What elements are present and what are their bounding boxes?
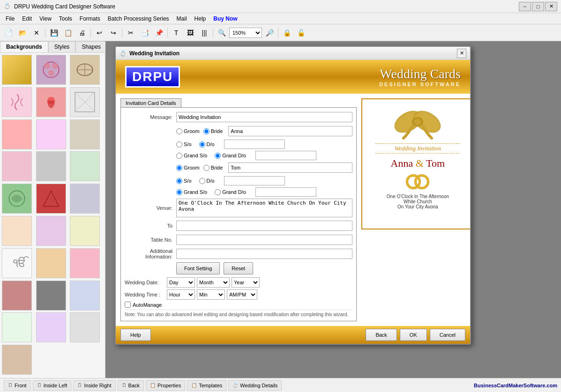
status-tab-wedding-details[interactable]: 💍 Wedding Details [228, 380, 282, 391]
bride-radio-2[interactable] [203, 165, 209, 171]
list-item[interactable] [36, 119, 66, 149]
grand-so-radio-label-2[interactable]: Grand S/o [176, 189, 207, 195]
do-radio-label-2[interactable]: D/o [199, 178, 215, 184]
cancel-button[interactable]: Cancel [430, 329, 465, 341]
close-window-button[interactable]: ✕ [545, 2, 557, 11]
table-no-input[interactable] [176, 235, 352, 245]
toolbar-save-as[interactable]: 📋 [61, 26, 75, 39]
month-select[interactable]: Month [197, 277, 230, 288]
list-item[interactable] [2, 87, 32, 117]
maximize-button[interactable]: □ [532, 2, 544, 11]
reset-button[interactable]: Reset [224, 262, 253, 274]
additional-info-input[interactable] [176, 249, 352, 259]
list-item[interactable] [36, 248, 66, 278]
grand-do-radio-2[interactable] [215, 189, 221, 195]
grand-so-do-input-2[interactable] [255, 187, 316, 197]
toolbar-image[interactable]: 🖼 [184, 26, 197, 39]
do-radio-label-1[interactable]: D/o [199, 141, 215, 148]
zoom-select[interactable]: 150% 100% 200% [229, 28, 262, 38]
grand-so-do-input-1[interactable] [255, 151, 316, 160]
menu-batch[interactable]: Batch Processing Series [104, 13, 173, 24]
tab-styles[interactable]: Styles [48, 41, 76, 52]
toolbar-close[interactable]: ✕ [30, 26, 43, 39]
list-item[interactable] [36, 55, 66, 85]
grand-do-radio-label-1[interactable]: Grand D/o [215, 153, 246, 159]
grand-so-radio-1[interactable] [176, 153, 182, 159]
list-item[interactable] [36, 184, 66, 214]
list-item[interactable] [70, 248, 100, 278]
toolbar-lock[interactable]: 🔒 [280, 26, 293, 39]
toolbar-lock2[interactable]: 🔓 [294, 26, 307, 39]
message-input[interactable] [176, 112, 352, 122]
auto-manage-checkbox[interactable] [125, 302, 131, 308]
toolbar-barcode[interactable]: ||| [198, 26, 211, 39]
groom-radio-label[interactable]: Groom [176, 128, 200, 134]
status-tab-back[interactable]: 🗒 Back [118, 380, 144, 391]
help-button[interactable]: Help [120, 329, 151, 341]
grand-do-radio-1[interactable] [215, 153, 221, 159]
list-item[interactable] [70, 119, 100, 149]
list-item[interactable] [70, 184, 100, 214]
list-item[interactable] [70, 281, 100, 311]
list-item[interactable] [70, 87, 100, 117]
list-item[interactable] [70, 55, 100, 85]
toolbar-zoom-out[interactable]: 🔎 [263, 26, 276, 39]
hour-select[interactable]: Hour [167, 289, 195, 300]
list-item[interactable] [70, 216, 100, 246]
status-tab-inside-right[interactable]: 🗒 Inside Right [73, 380, 115, 391]
so-do-input-2[interactable] [224, 176, 285, 185]
grand-so-radio-2[interactable] [176, 189, 182, 195]
bride-name-input[interactable] [228, 126, 352, 136]
bride-radio-label[interactable]: Bride [203, 128, 223, 134]
list-item[interactable] [2, 281, 32, 311]
list-item[interactable] [2, 345, 32, 375]
list-item[interactable] [36, 281, 66, 311]
toolbar-new[interactable]: 📄 [2, 26, 15, 39]
so-radio-label-2[interactable]: S/o [176, 178, 192, 184]
list-item[interactable] [2, 119, 32, 149]
so-radio-2[interactable] [176, 178, 182, 184]
list-item[interactable] [70, 151, 100, 181]
grand-so-radio-label-1[interactable]: Grand S/o [176, 153, 207, 159]
toolbar-paste[interactable]: 📌 [152, 26, 165, 39]
tab-shapes[interactable]: Shapes [75, 41, 107, 52]
menu-tools[interactable]: Tools [55, 13, 76, 24]
toolbar-redo[interactable]: ↪ [107, 26, 120, 39]
dialog-close-button[interactable]: ✕ [457, 49, 466, 58]
min-select[interactable]: Min [197, 289, 225, 300]
status-tab-front[interactable]: 🗒 Front [4, 380, 31, 391]
menu-formats[interactable]: Formats [76, 13, 104, 24]
list-item[interactable] [2, 216, 32, 246]
list-item[interactable] [2, 184, 32, 214]
bride-radio[interactable] [203, 128, 209, 134]
list-item[interactable] [2, 312, 32, 342]
menu-buy-now[interactable]: Buy Now [209, 13, 241, 24]
so-radio-label-1[interactable]: S/o [176, 141, 192, 148]
list-item[interactable] [70, 312, 100, 342]
minimize-button[interactable]: − [519, 2, 531, 11]
groom-radio[interactable] [176, 128, 182, 134]
toolbar-text[interactable]: T [170, 26, 183, 39]
venue-textarea[interactable]: One O'Clock In The Afternoon White Churc… [176, 199, 352, 217]
menu-help[interactable]: Help [191, 13, 210, 24]
menu-edit[interactable]: Edit [18, 13, 36, 24]
do-radio-2[interactable] [199, 178, 205, 184]
do-radio-1[interactable] [199, 141, 205, 148]
bride-radio-label-2[interactable]: Bride [203, 165, 223, 171]
ok-button[interactable]: OK [400, 329, 427, 341]
grand-do-radio-label-2[interactable]: Grand D/o [215, 189, 246, 195]
list-item[interactable] [36, 151, 66, 181]
toolbar-open[interactable]: 📂 [16, 26, 29, 39]
so-do-input-1[interactable] [224, 140, 285, 149]
back-button[interactable]: Back [366, 329, 396, 341]
day-select[interactable]: Day [167, 277, 195, 288]
to-input[interactable] [176, 221, 352, 231]
status-tab-properties[interactable]: 📋 Properties [146, 380, 185, 391]
toolbar-undo[interactable]: ↩ [93, 26, 106, 39]
year-select[interactable]: Year [232, 277, 260, 288]
toolbar-copy[interactable]: 📑 [138, 26, 151, 39]
toolbar-save[interactable]: 💾 [47, 26, 60, 39]
font-setting-button[interactable]: Font Setting [176, 262, 220, 274]
groom-radio-label-2[interactable]: Groom [176, 165, 200, 171]
tab-backgrounds[interactable]: Backgrounds [0, 41, 48, 52]
